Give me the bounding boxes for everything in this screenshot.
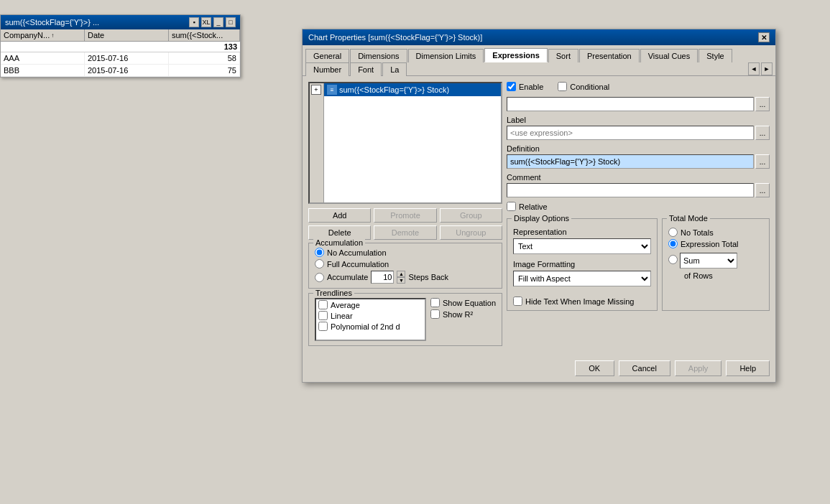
buttons-row-2: Delete Demote Ungroup xyxy=(308,225,502,240)
tabs-nav-prev-button[interactable]: ◄ xyxy=(748,62,760,75)
accumulate-row: Accumulate ▲ ▼ Steps Back xyxy=(315,271,496,284)
tabs-nav-next-button[interactable]: ► xyxy=(761,62,773,75)
dialog-footer: OK Cancel Apply Help xyxy=(303,356,775,382)
show-equation-checkbox[interactable] xyxy=(430,298,440,307)
steps-input[interactable] xyxy=(371,271,394,284)
column-header-company[interactable]: CompanyN... ↑ xyxy=(1,29,85,41)
conditional-ellipsis-button[interactable]: ... xyxy=(755,97,770,111)
accumulation-section: Accumulation No Accumulation Full Accumu… xyxy=(308,243,502,289)
expand-button[interactable]: + xyxy=(311,85,321,95)
add-button[interactable]: Add xyxy=(308,208,371,223)
trendline-polynomial-label: Polynomial of 2nd d xyxy=(331,322,400,331)
minimize-icon[interactable]: _ xyxy=(213,17,223,27)
sum-radio[interactable] xyxy=(668,255,678,264)
show-r2-checkbox[interactable] xyxy=(430,309,440,319)
sum-select[interactable]: Sum Count Min Max Average xyxy=(680,253,737,269)
demote-button[interactable]: Demote xyxy=(374,225,436,240)
no-totals-radio[interactable] xyxy=(668,228,678,237)
maximize-icon[interactable]: □ xyxy=(226,17,236,27)
ok-button[interactable]: OK xyxy=(575,360,614,376)
of-rows-label: of Rows xyxy=(684,271,763,280)
tab-visual-cues[interactable]: Visual Cues xyxy=(640,49,698,62)
no-accumulation-row: No Accumulation xyxy=(315,248,496,257)
enable-checkbox[interactable] xyxy=(507,82,516,91)
trendlines-list: Average Linear Polynomial of 2nd d xyxy=(315,298,426,341)
tab-number[interactable]: Number xyxy=(305,62,349,76)
expression-icon: ≡ xyxy=(327,85,337,95)
label-field[interactable] xyxy=(507,126,754,140)
representation-select[interactable]: Text Image Gauge LED xyxy=(513,238,651,254)
conditional-field[interactable] xyxy=(507,97,754,111)
trendline-polynomial-checkbox[interactable] xyxy=(318,322,328,331)
left-panel: + ≡ sum({<StockFlag={'Y'}>} Stock) Add P… xyxy=(308,82,502,350)
conditional-label: Conditional xyxy=(570,83,609,91)
cell-sum-1: 58 xyxy=(169,52,240,64)
definition-field[interactable] xyxy=(507,154,754,169)
comment-ellipsis-button[interactable]: ... xyxy=(755,183,770,197)
show-r2-label: Show R² xyxy=(443,310,473,319)
column-header-sum[interactable]: sum({<Stock... xyxy=(169,29,240,41)
relative-checkbox[interactable] xyxy=(507,202,516,211)
tab-dimension-limits[interactable]: Dimension Limits xyxy=(408,49,484,62)
conditional-checkbox[interactable] xyxy=(558,82,567,91)
total-mode-label: Total Mode xyxy=(667,214,710,223)
table-row: AAA 2015-07-16 58 xyxy=(1,52,240,65)
expression-total-label: Expression Total xyxy=(681,240,739,248)
show-equation-row: Show Equation xyxy=(430,298,496,307)
expression-total-radio[interactable] xyxy=(668,239,678,248)
accumulate-radio[interactable] xyxy=(315,273,324,282)
promote-button[interactable]: Promote xyxy=(374,208,436,223)
tab-dimensions[interactable]: Dimensions xyxy=(350,49,407,62)
total-mode-section: Total Mode No Totals Expression Total xyxy=(662,218,770,311)
steps-down-button[interactable]: ▼ xyxy=(397,277,405,284)
tab-sort[interactable]: Sort xyxy=(548,49,578,62)
trendlines-section-label: Trendlines xyxy=(313,289,354,297)
steps-up-button[interactable]: ▲ xyxy=(397,271,405,277)
xl-icon[interactable]: XL xyxy=(201,17,211,27)
total-value: 133 xyxy=(221,42,240,52)
cancel-button[interactable]: Cancel xyxy=(619,360,670,376)
dialog-close-button[interactable]: ✕ xyxy=(758,32,770,42)
steps-spinner: ▲ ▼ xyxy=(397,271,405,284)
image-formatting-select[interactable]: Fill with Aspect Fill Fit Original xyxy=(513,271,651,286)
apply-button[interactable]: Apply xyxy=(675,360,722,376)
comment-field[interactable] xyxy=(507,183,754,197)
full-accumulation-radio[interactable] xyxy=(315,259,324,269)
trendline-item-linear: Linear xyxy=(316,310,425,321)
ungroup-button[interactable]: Ungroup xyxy=(440,225,502,240)
conditional-input-row: ... xyxy=(507,97,770,111)
label-ellipsis-button[interactable]: ... xyxy=(755,126,770,140)
tab-style[interactable]: Style xyxy=(698,49,732,62)
tabs-bar: General Dimensions Dimension Limits Expr… xyxy=(303,45,775,76)
hide-text-label: Hide Text When Image Missing xyxy=(525,297,634,306)
trendline-linear-checkbox[interactable] xyxy=(318,311,328,320)
comment-input-row: ... xyxy=(507,183,770,197)
no-accumulation-radio[interactable] xyxy=(315,248,324,257)
full-accumulation-row: Full Accumulation xyxy=(315,259,496,269)
right-panel: Enable Conditional ... Label ... xyxy=(507,82,770,350)
total-mode-options: No Totals Expression Total Sum Count xyxy=(668,228,763,280)
tab-general[interactable]: General xyxy=(305,49,349,62)
group-button[interactable]: Group xyxy=(440,208,502,223)
expression-item[interactable]: ≡ sum({<StockFlag={'Y'}>} Stock) xyxy=(324,83,501,96)
chart-properties-dialog: Chart Properties [sum({<StockFlag={'Y'}>… xyxy=(302,29,776,383)
definition-ellipsis-button[interactable]: ... xyxy=(755,154,770,169)
tab-presentation[interactable]: Presentation xyxy=(579,49,640,62)
label-input-row: ... xyxy=(507,126,770,140)
enable-label: Enable xyxy=(519,83,543,91)
trendline-average-checkbox[interactable] xyxy=(318,300,328,309)
column-header-date[interactable]: Date xyxy=(85,29,169,41)
hide-text-checkbox[interactable] xyxy=(513,297,522,306)
bg-table-window: sum({<StockFlag={'Y'}>} ... ▪ XL _ □ Com… xyxy=(0,14,241,78)
tab-font[interactable]: Font xyxy=(350,62,382,76)
relative-row: Relative xyxy=(507,202,770,211)
enable-row: Enable Conditional xyxy=(507,82,770,91)
relative-checkbox-row: Relative xyxy=(507,202,770,211)
pin-icon[interactable]: ▪ xyxy=(189,17,199,27)
tab-la[interactable]: La xyxy=(382,62,407,76)
no-totals-label: No Totals xyxy=(681,228,714,237)
trendline-average-label: Average xyxy=(331,301,360,309)
tab-expressions[interactable]: Expressions xyxy=(484,48,547,62)
help-button[interactable]: Help xyxy=(726,360,770,376)
delete-button[interactable]: Delete xyxy=(308,225,371,240)
